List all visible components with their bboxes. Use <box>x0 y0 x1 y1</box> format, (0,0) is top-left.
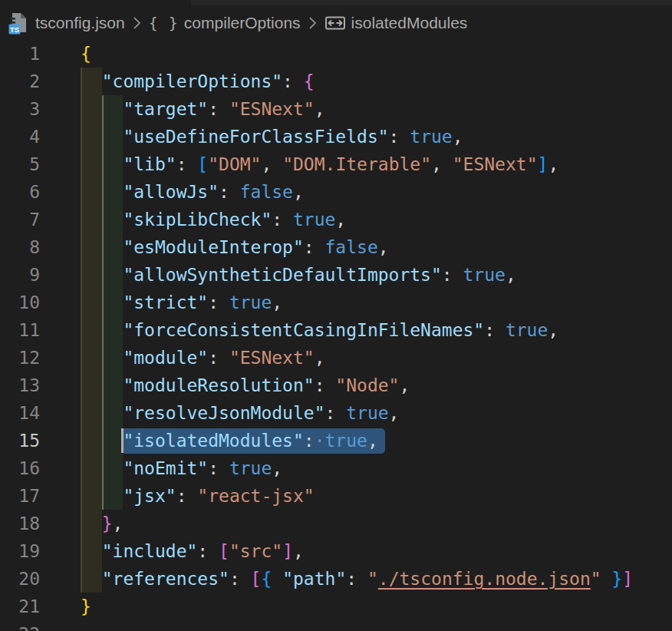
code-token[interactable]: true <box>325 431 367 451</box>
code-line[interactable]: 11 "forceConsistentCasingInFileNames": t… <box>0 316 672 344</box>
code-line[interactable]: 3 "target": "ESNext", <box>0 95 672 123</box>
code-line-content[interactable]: } <box>81 593 91 620</box>
code-token[interactable]: , <box>548 154 558 174</box>
line-number[interactable]: 15 <box>0 427 40 454</box>
code-line[interactable]: 9 "allowSyntheticDefaultImports": true, <box>0 261 672 289</box>
code-token[interactable]: : <box>315 375 336 395</box>
code-line-content[interactable]: "references": [{ "path": "./tsconfig.nod… <box>81 565 633 593</box>
code-token[interactable]: [ <box>251 569 262 589</box>
code-line-content[interactable]: "forceConsistentCasingInFileNames": true… <box>81 316 558 344</box>
line-number[interactable]: 9 <box>0 261 40 289</box>
line-number[interactable]: 4 <box>0 123 40 150</box>
code-token[interactable]: , <box>548 320 558 340</box>
code-token[interactable]: , <box>378 237 389 257</box>
line-number[interactable]: 21 <box>0 593 40 620</box>
code-token[interactable]: : <box>208 292 229 312</box>
line-number[interactable]: 12 <box>0 344 40 372</box>
code-token[interactable]: ] <box>282 541 293 561</box>
code-line[interactable]: 21} <box>0 593 672 620</box>
code-token[interactable]: "moduleResolution" <box>123 375 314 395</box>
code-line[interactable]: 8 "esModuleInterop": false, <box>0 233 672 261</box>
code-line-content[interactable]: "strict": true, <box>81 289 282 316</box>
line-number[interactable]: 11 <box>0 316 40 344</box>
code-line[interactable]: 13 "moduleResolution": "Node", <box>0 372 672 399</box>
code-token[interactable]: true <box>229 292 272 312</box>
code-token[interactable] <box>81 292 123 312</box>
code-line[interactable]: 7 "skipLibCheck": true, <box>0 206 672 233</box>
code-line-content[interactable]: "esModuleInterop": false, <box>81 233 389 261</box>
code-token[interactable]: , <box>272 292 282 312</box>
code-line-content[interactable]: "jsx": "react-jsx" <box>81 482 315 510</box>
code-token[interactable]: } <box>611 569 622 589</box>
code-token[interactable]: "ESNext" <box>229 348 315 368</box>
code-token[interactable]: : <box>208 348 229 368</box>
code-token[interactable]: : <box>208 458 229 478</box>
code-token[interactable] <box>81 514 102 534</box>
code-token[interactable] <box>81 71 102 91</box>
code-token[interactable] <box>81 127 123 147</box>
code-token[interactable]: false <box>240 182 293 202</box>
code-token[interactable]: : <box>282 71 304 91</box>
code-token[interactable]: "module" <box>123 348 208 368</box>
code-token[interactable] <box>272 569 282 589</box>
code-line[interactable]: 15 "isolatedModules":·true, <box>0 427 672 454</box>
code-line-content[interactable]: "lib": ["DOM", "DOM.Iterable", "ESNext"]… <box>81 150 558 178</box>
breadcrumb-item-isolatedmodules[interactable]: isolatedModules <box>351 14 468 32</box>
code-token[interactable] <box>601 569 612 589</box>
code-token[interactable]: "DOM" <box>208 154 261 174</box>
code-token[interactable] <box>81 154 123 174</box>
line-number[interactable]: 17 <box>0 482 40 510</box>
code-token[interactable]: "isolatedModules" <box>123 431 303 451</box>
line-number[interactable]: 6 <box>0 178 40 206</box>
file-path-link[interactable]: ./tsconfig.node.json <box>378 569 591 589</box>
line-number[interactable]: 3 <box>0 95 40 123</box>
code-token[interactable]: ] <box>538 154 548 174</box>
code-token[interactable] <box>81 348 123 368</box>
code-line[interactable]: 5 "lib": ["DOM", "DOM.Iterable", "ESNext… <box>0 150 672 178</box>
code-token[interactable]: : <box>325 403 347 423</box>
code-token[interactable]: , <box>315 99 325 119</box>
code-line[interactable]: 12 "module": "ESNext", <box>0 344 672 372</box>
code-line[interactable]: 1{ <box>0 40 672 68</box>
code-token[interactable]: true <box>410 127 452 147</box>
code-token[interactable]: , <box>293 182 304 202</box>
code-token[interactable] <box>81 210 123 230</box>
code-token[interactable]: , <box>399 375 410 395</box>
code-token[interactable]: , <box>389 403 400 423</box>
code-token[interactable]: : <box>304 237 325 257</box>
code-token[interactable]: "path" <box>282 569 346 589</box>
code-token[interactable]: , <box>315 348 325 368</box>
code-token[interactable]: : <box>484 320 506 340</box>
code-token[interactable]: true <box>506 320 548 340</box>
breadcrumb-file[interactable]: tsconfig.json <box>35 14 125 32</box>
code-token[interactable] <box>81 99 123 119</box>
code-token[interactable]: , <box>453 127 463 147</box>
code-token[interactable]: : <box>176 486 198 506</box>
code-token[interactable] <box>81 569 102 589</box>
code-token[interactable]: : <box>219 182 240 202</box>
breadcrumb-item-compileroptions[interactable]: compilerOptions <box>184 14 301 32</box>
code-line-content[interactable]: "useDefineForClassFields": true, <box>81 123 463 150</box>
code-token[interactable]: "react-jsx" <box>197 486 314 506</box>
code-token[interactable]: · <box>315 431 325 451</box>
code-token[interactable]: "ESNext" <box>229 99 315 119</box>
code-token[interactable]: : <box>442 265 463 285</box>
code-token[interactable]: "noEmit" <box>123 458 208 478</box>
code-line-content[interactable]: }, <box>81 510 123 537</box>
code-line-content[interactable]: "allowJs": false, <box>81 178 304 206</box>
line-number[interactable]: 7 <box>0 206 40 233</box>
code-token[interactable] <box>81 541 102 561</box>
code-token[interactable]: , <box>335 210 346 230</box>
line-number[interactable]: 2 <box>0 68 40 95</box>
code-token[interactable]: "allowJs" <box>123 182 219 202</box>
code-line-content[interactable]: "noEmit": true, <box>81 454 282 482</box>
code-line[interactable]: 20 "references": [{ "path": "./tsconfig.… <box>0 565 672 593</box>
code-token[interactable]: "Node" <box>335 375 399 395</box>
code-token[interactable]: " <box>367 569 378 589</box>
code-token[interactable]: "esModuleInterop" <box>123 237 303 257</box>
code-token[interactable]: } <box>102 514 113 534</box>
code-line[interactable]: 10 "strict": true, <box>0 289 672 316</box>
code-token[interactable] <box>81 237 123 257</box>
code-token[interactable]: "DOM.Iterable" <box>282 154 431 174</box>
editor-body[interactable]: 1{2 "compilerOptions": {3 "target": "ESN… <box>0 40 672 631</box>
